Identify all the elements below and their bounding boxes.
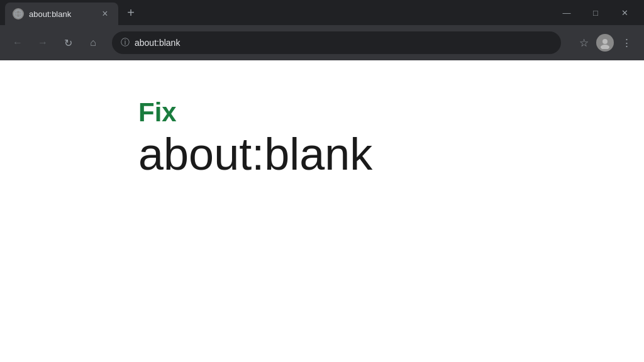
svg-point-3 bbox=[602, 39, 608, 44]
profile-button[interactable] bbox=[596, 34, 614, 52]
url-text: about:blank bbox=[135, 38, 552, 48]
active-tab[interactable]: about:blank × bbox=[5, 3, 118, 25]
tab-strip: about:blank × + bbox=[0, 0, 552, 25]
close-button[interactable]: ✕ bbox=[610, 0, 639, 25]
tab-favicon bbox=[13, 8, 24, 19]
maximize-button[interactable]: □ bbox=[581, 0, 610, 25]
tab-close-button[interactable]: × bbox=[99, 8, 111, 19]
fix-heading: Fix bbox=[138, 98, 177, 127]
back-button[interactable]: ← bbox=[8, 33, 28, 53]
reload-button[interactable]: ↻ bbox=[58, 33, 78, 53]
minimize-button[interactable]: — bbox=[552, 0, 581, 25]
main-content: Fix about:blank bbox=[0, 60, 644, 362]
svg-point-4 bbox=[601, 45, 609, 49]
home-button[interactable]: ⌂ bbox=[83, 33, 103, 53]
address-bar[interactable]: ⓘ about:blank bbox=[112, 31, 561, 54]
bookmark-button[interactable]: ☆ bbox=[574, 33, 594, 53]
menu-button[interactable]: ⋮ bbox=[616, 33, 636, 53]
address-right-icons: ☆ ⋮ bbox=[574, 33, 636, 53]
about-blank-heading: about:blank bbox=[138, 129, 372, 179]
address-bar-row: ← → ↻ ⌂ ⓘ about:blank ☆ ⋮ bbox=[0, 25, 644, 60]
info-icon: ⓘ bbox=[121, 37, 130, 48]
new-tab-button[interactable]: + bbox=[122, 4, 140, 21]
tab-title: about:blank bbox=[29, 9, 94, 19]
forward-button[interactable]: → bbox=[33, 33, 53, 53]
window-controls: — □ ✕ bbox=[552, 0, 644, 25]
title-bar: about:blank × + — □ ✕ bbox=[0, 0, 644, 25]
